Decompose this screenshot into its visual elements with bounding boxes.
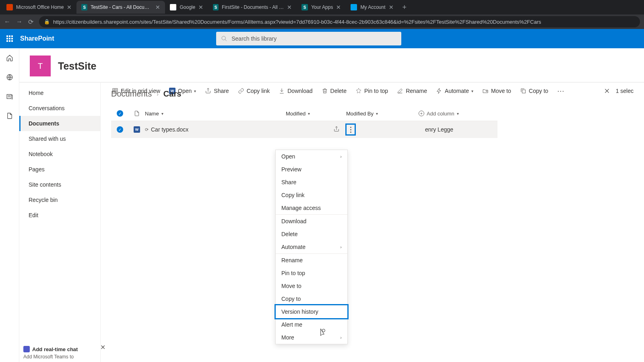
refresh-icon: ⟳ [145,127,149,132]
teams-icon [23,346,30,352]
site-name[interactable]: TestSite [58,60,96,72]
browser-tab[interactable]: SYour Apps✕ [297,1,346,14]
menu-item-preview[interactable]: Preview [276,163,347,176]
menu-item-share[interactable]: Share [276,176,347,189]
select-all[interactable]: ✓ [111,110,129,117]
globe-icon[interactable] [6,73,14,81]
close-icon[interactable]: ✕ [100,343,105,351]
close-tab-icon[interactable]: ✕ [336,4,341,10]
menu-item-copy-link[interactable]: Copy link [276,189,347,202]
suite-title[interactable]: SharePoint [19,35,54,42]
menu-item-label: Move to [281,283,301,289]
menu-item-copy-to[interactable]: Copy to [276,292,347,305]
browser-tab[interactable]: GGoogle✕ [165,1,208,14]
svg-point-16 [322,329,325,332]
sidebar-item-site-contents[interactable]: Site contents [19,177,100,192]
chevron-right-icon: › [340,154,342,159]
left-rail [0,48,19,362]
home-icon[interactable] [6,54,14,62]
forward-button[interactable]: → [16,18,23,25]
modified-by-column-header[interactable]: Modified By▾ [346,111,419,117]
row-check-icon[interactable]: ✓ [117,126,123,133]
chevron-down-icon: ▾ [376,111,378,116]
menu-item-rename[interactable]: Rename [276,254,347,267]
browser-tab[interactable]: STestSite - Cars - All Documents✕ [76,1,165,14]
list-header: ✓ Name▾ Modified▾ Modified By▾ +Add colu… [111,106,497,121]
breadcrumb-root[interactable]: Documents [111,89,152,99]
sidebar-item-shared-with-us[interactable]: Shared with us [19,131,100,146]
browser-chrome: Microsoft Office Home✕STestSite - Cars -… [0,0,644,29]
menu-item-label: Pin to top [281,270,305,276]
menu-item-manage-access[interactable]: Manage access [276,202,347,214]
menu-item-automate[interactable]: Automate› [276,241,347,253]
share-icon[interactable] [333,126,340,134]
reload-button[interactable]: ⟳ [28,18,33,26]
close-tab-icon[interactable]: ✕ [67,4,72,10]
close-tab-icon[interactable]: ✕ [287,4,292,10]
menu-item-label: Share [281,179,296,185]
modified-column-header[interactable]: Modified▾ [286,111,346,117]
menu-item-move-to[interactable]: Move to [276,280,347,292]
svg-line-1 [225,39,227,41]
files-icon[interactable] [6,112,14,120]
favicon-icon [351,4,357,10]
menu-item-version-history[interactable]: Version history [276,305,347,318]
chevron-down-icon: ▾ [308,111,310,116]
chevron-right-icon: › [340,335,342,340]
tab-bar: Microsoft Office Home✕STestSite - Cars -… [0,0,644,14]
app-launcher-icon[interactable] [0,29,19,48]
row-more-button[interactable] [345,123,356,136]
browser-tab[interactable]: Microsoft Office Home✕ [2,1,76,14]
chevron-right-icon: › [340,245,342,249]
site-logo[interactable]: T [30,56,51,76]
news-icon[interactable] [6,93,14,101]
search-input[interactable]: Search this library [216,32,401,45]
plus-icon: + [419,111,424,116]
sidebar-item-recycle-bin[interactable]: Recycle bin [19,192,100,208]
sidebar-item-edit[interactable]: Edit [19,208,100,223]
tab-label: TestSite - Cars - All Documents [91,4,152,10]
tab-label: FirstSite - Documents - All Docum [222,4,284,10]
chevron-down-icon: ▾ [161,111,163,116]
browser-tab[interactable]: SFirstSite - Documents - All Docum✕ [208,1,297,14]
browser-nav-bar: ← → ⟳ 🔒 https://citizenbuilders.sharepoi… [0,14,644,29]
menu-item-label: Rename [281,257,303,263]
file-name[interactable]: Car types.docx [151,126,188,133]
modified-by-cell: enry Legge [425,126,497,133]
favicon-icon: G [170,4,176,10]
type-column-icon[interactable] [129,110,145,117]
context-menu: Open›PreviewShareCopy linkManage accessD… [275,150,348,344]
promo-body: Add Microsoft Teams to [23,354,104,360]
favicon-icon: S [213,4,219,10]
menu-item-open[interactable]: Open› [276,150,347,163]
close-tab-icon[interactable]: ✕ [198,4,203,10]
menu-item-delete[interactable]: Delete [276,228,347,241]
sidebar-item-conversations[interactable]: Conversations [19,101,100,116]
search-placeholder: Search this library [231,35,277,42]
sidebar-item-pages[interactable]: Pages [19,162,100,177]
back-button[interactable]: ← [4,18,10,25]
file-list: ✓ Name▾ Modified▾ Modified By▾ +Add colu… [111,106,497,138]
close-tab-icon[interactable]: ✕ [389,4,394,10]
sidebar-item-documents[interactable]: Documents [19,116,100,131]
close-tab-icon[interactable]: ✕ [155,4,160,10]
side-nav: HomeConversationsDocumentsShared with us… [19,82,101,362]
menu-item-label: Automate [281,244,305,250]
browser-tab[interactable]: My Account✕ [346,1,398,14]
name-column-header[interactable]: Name▾ [145,111,258,117]
url-bar[interactable]: 🔒 https://citizenbuilders.sharepoint.com… [39,16,640,27]
menu-item-more[interactable]: More› [276,331,347,344]
menu-item-download[interactable]: Download [276,215,347,228]
menu-item-label: Version history [281,309,318,315]
add-column-button[interactable]: +Add column▾ [419,111,491,117]
menu-item-label: Manage access [281,205,321,211]
teams-promo: ✕ Add real-time chat Add Microsoft Teams… [23,346,104,360]
menu-item-alert-me[interactable]: Alert me [276,318,347,331]
menu-item-pin-to-top[interactable]: Pin to top [276,267,347,280]
sidebar-item-home[interactable]: Home [19,85,100,101]
new-tab-button[interactable]: + [398,3,411,12]
file-row[interactable]: ✓ W ⟳Car types.docx enry Legge [111,121,497,138]
breadcrumb: Documents › Cars [111,89,634,99]
sidebar-item-notebook[interactable]: Notebook [19,146,100,162]
menu-item-label: More [281,334,294,341]
